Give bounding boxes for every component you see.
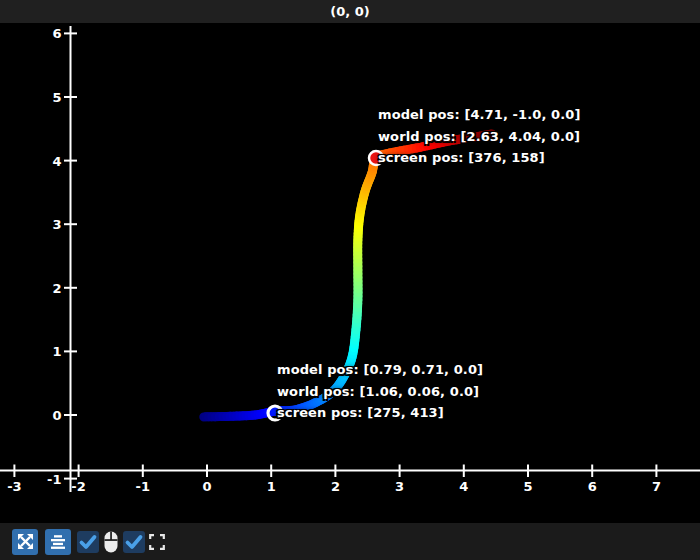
annotation-line-model: model pos: [4.71, -1.0, 0.0] xyxy=(378,104,580,126)
y-tick-label: 2 xyxy=(52,281,61,296)
checkmark-icon xyxy=(123,531,145,553)
x-tick-label: -2 xyxy=(71,479,85,494)
plot-canvas[interactable]: -3-2-101234567-10123456 xyxy=(0,0,700,560)
annotation-line-screen: screen pos: [376, 158] xyxy=(378,147,580,169)
annotation-line-screen: screen pos: [275, 413] xyxy=(277,402,483,424)
expand-arrows-icon xyxy=(17,533,34,550)
center-lines-button[interactable] xyxy=(45,529,71,555)
mouse-icon xyxy=(102,530,120,554)
x-tick-label: 0 xyxy=(202,479,211,494)
x-tick-label: 2 xyxy=(331,479,340,494)
center-lines-icon xyxy=(50,534,66,550)
x-tick-label: 5 xyxy=(523,479,532,494)
checkmark-icon xyxy=(77,531,99,553)
y-tick-label: 0 xyxy=(52,408,61,423)
bottom-toolbar xyxy=(0,523,700,560)
x-tick-label: 7 xyxy=(652,479,661,494)
expand-arrows-button[interactable] xyxy=(12,529,38,555)
viewport-option-checkbox[interactable] xyxy=(123,531,145,553)
y-tick-label: -1 xyxy=(47,472,61,487)
mouse-option-checkbox[interactable] xyxy=(77,531,99,553)
x-tick-label: -3 xyxy=(7,479,21,494)
y-tick-label: 3 xyxy=(52,217,61,232)
x-tick-label: -1 xyxy=(136,479,150,494)
window-title: (0, 0) xyxy=(330,4,369,19)
x-tick-label: 4 xyxy=(459,479,468,494)
annotation-line-model: model pos: [0.79, 0.71, 0.0] xyxy=(277,359,483,381)
viewfinder-brackets-icon xyxy=(149,534,165,550)
y-tick-label: 6 xyxy=(52,26,61,41)
y-tick-label: 4 xyxy=(52,154,61,169)
start-marker-annotation: model pos: [0.79, 0.71, 0.0] world pos: … xyxy=(277,359,483,424)
x-tick-label: 6 xyxy=(588,479,597,494)
annotation-line-world: world pos: [1.06, 0.06, 0.0] xyxy=(277,381,483,403)
end-marker-annotation: model pos: [4.71, -1.0, 0.0] world pos: … xyxy=(378,104,580,169)
y-tick-label: 1 xyxy=(52,344,61,359)
annotation-line-world: world pos: [2.63, 4.04, 0.0] xyxy=(378,126,580,148)
y-tick-label: 5 xyxy=(52,90,61,105)
x-tick-label: 3 xyxy=(395,479,404,494)
title-bar: (0, 0) xyxy=(0,0,700,23)
curve-editor-window: (0, 0) -3-2-101234567-10123456 model pos… xyxy=(0,0,700,560)
x-tick-label: 1 xyxy=(267,479,276,494)
